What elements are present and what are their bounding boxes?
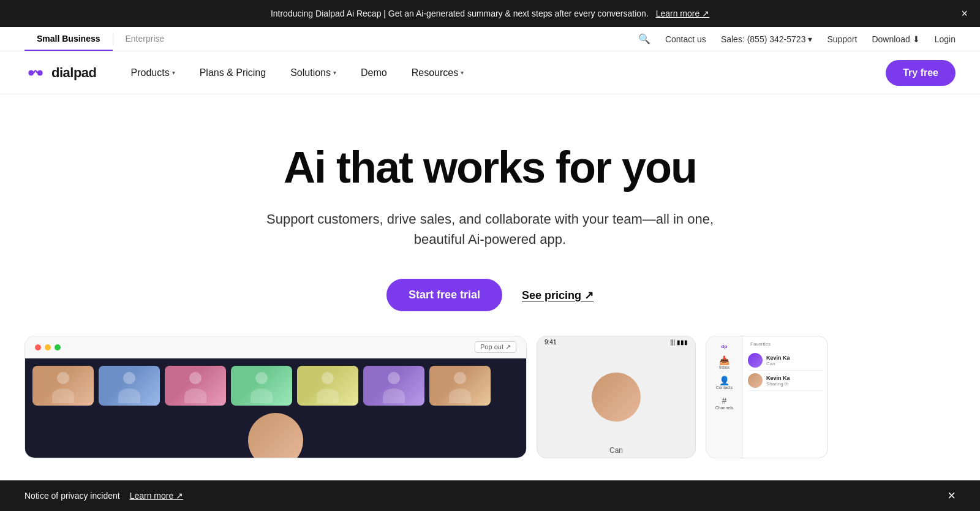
login-link[interactable]: Login xyxy=(935,34,956,44)
sales-phone-text: Sales: (855) 342-5723 xyxy=(721,34,806,44)
chat-row-2[interactable]: Kevin Ka Sharing th xyxy=(748,371,823,391)
video-call-card: Pop out ↗ xyxy=(24,336,527,458)
chat-nav-channels[interactable]: # Channels xyxy=(711,396,737,410)
hero-subtitle: Support customers, drive sales, and coll… xyxy=(263,209,717,249)
chat-avatar-1 xyxy=(748,353,763,368)
chat-avatar-2 xyxy=(748,373,763,388)
mobile-signal-icon: ||| xyxy=(670,339,675,346)
announcement-text: Introducing Dialpad Ai Recap | Get an Ai… xyxy=(12,9,968,18)
resources-chevron-icon: ▾ xyxy=(461,69,464,76)
chat-nav-contacts[interactable]: 👤 Contacts xyxy=(711,376,737,390)
chat-row-1[interactable]: Kevin Ka Can xyxy=(748,350,823,371)
mobile-signal-battery: ||| ▮▮▮ xyxy=(670,339,688,346)
chat-info-2: Kevin Ka Sharing th xyxy=(766,375,823,387)
chat-sidebar: dp 📥 Inbox 👤 Contacts # Channels Favorit… xyxy=(706,336,827,458)
video-thumb-7 xyxy=(429,366,491,406)
main-nav: dialpad Products ▾ Plans & Pricing Solut… xyxy=(0,51,980,94)
main-video-area xyxy=(25,413,526,458)
mobile-avatar xyxy=(592,373,641,422)
video-thumb-4 xyxy=(231,366,292,406)
announcement-close-button[interactable]: × xyxy=(961,8,968,19)
hero-title: Ai that works for you xyxy=(284,143,696,192)
solutions-nav-item[interactable]: Solutions ▾ xyxy=(281,62,346,83)
chat-preview-2: Sharing th xyxy=(766,381,823,387)
mobile-label: Can xyxy=(537,446,695,458)
mobile-time: 9:41 xyxy=(545,339,556,346)
demo-nav-item[interactable]: Demo xyxy=(351,62,397,83)
start-free-trial-button[interactable]: Start free trial xyxy=(386,279,502,311)
window-maximize-dot xyxy=(55,344,61,350)
mobile-content xyxy=(537,348,695,446)
products-nav-item[interactable]: Products ▾ xyxy=(121,62,185,83)
mobile-battery-icon: ▮▮▮ xyxy=(677,339,688,346)
chat-name-2: Kevin Ka xyxy=(766,375,823,381)
chat-nav-logo: dp xyxy=(711,344,737,349)
see-pricing-button[interactable]: See pricing ↗ xyxy=(522,289,594,302)
solutions-chevron-icon: ▾ xyxy=(333,69,336,76)
video-thumbnails xyxy=(25,358,526,413)
products-label: Products xyxy=(131,67,170,78)
main-nav-links: Products ▾ Plans & Pricing Solutions ▾ D… xyxy=(121,62,474,83)
plans-pricing-label: Plans & Pricing xyxy=(200,67,266,78)
support-link[interactable]: Support xyxy=(827,34,857,44)
chat-nav: dp 📥 Inbox 👤 Contacts # Channels xyxy=(706,336,743,458)
mobile-status-bar: 9:41 ||| ▮▮▮ xyxy=(537,336,695,348)
screenshots-section: Pop out ↗ 9:41 ||| ▮▮▮ Can xyxy=(0,336,980,458)
window-minimize-dot xyxy=(45,344,51,350)
phone-chevron-down-icon: ▾ xyxy=(808,34,812,44)
chat-favorites-label: Favorites xyxy=(748,341,823,347)
svg-point-0 xyxy=(28,70,34,75)
announcement-learn-more-link[interactable]: Learn more ↗ xyxy=(656,9,709,18)
logo-text: dialpad xyxy=(51,65,97,81)
contact-us-link[interactable]: Contact us xyxy=(665,34,706,44)
download-text: Download xyxy=(872,34,910,44)
resources-nav-item[interactable]: Resources ▾ xyxy=(402,62,473,83)
demo-label: Demo xyxy=(361,67,387,78)
chat-nav-inbox[interactable]: 📥 Inbox xyxy=(711,355,737,369)
video-thumb-3 xyxy=(165,366,226,406)
sales-phone-link[interactable]: Sales: (855) 342-5723 ▾ xyxy=(721,34,813,44)
chat-info-1: Kevin Ka Can xyxy=(766,355,823,366)
tab-small-business[interactable]: Small Business xyxy=(24,27,113,51)
hero-section: Ai that works for you Support customers,… xyxy=(0,94,980,336)
search-icon[interactable]: 🔍 xyxy=(638,33,650,45)
products-chevron-icon: ▾ xyxy=(172,69,175,76)
mobile-app-card: 9:41 ||| ▮▮▮ Can xyxy=(537,336,696,458)
plans-pricing-nav-item[interactable]: Plans & Pricing xyxy=(190,62,276,83)
secondary-nav-right: 🔍 Contact us Sales: (855) 342-5723 ▾ Sup… xyxy=(638,33,956,45)
video-thumb-1 xyxy=(32,366,94,406)
hero-cta: Start free trial See pricing ↗ xyxy=(386,279,594,311)
chat-panel-card: dp 📥 Inbox 👤 Contacts # Channels Favorit… xyxy=(706,336,828,458)
announcement-message: Introducing Dialpad Ai Recap | Get an Ai… xyxy=(271,9,649,18)
dialpad-logo-icon xyxy=(24,62,47,84)
resources-label: Resources xyxy=(412,67,458,78)
video-thumb-6 xyxy=(363,366,424,406)
chat-main: Favorites Kevin Ka Can Kevin Ka Sharing … xyxy=(743,336,827,458)
pop-out-button[interactable]: Pop out ↗ xyxy=(475,341,516,353)
chat-name-1: Kevin Ka xyxy=(766,355,823,361)
chat-preview-1: Can xyxy=(766,361,823,366)
solutions-label: Solutions xyxy=(290,67,331,78)
video-call-header: Pop out ↗ xyxy=(25,336,526,358)
tab-enterprise[interactable]: Enterprise xyxy=(113,27,177,51)
try-free-button[interactable]: Try free xyxy=(886,60,956,86)
video-thumb-2 xyxy=(99,366,160,406)
secondary-nav: Small Business Enterprise 🔍 Contact us S… xyxy=(0,27,980,51)
announcement-bar: Introducing Dialpad Ai Recap | Get an Ai… xyxy=(0,0,980,27)
main-speaker-avatar xyxy=(248,413,303,458)
download-link[interactable]: Download ⬇ xyxy=(872,34,919,44)
download-icon: ⬇ xyxy=(913,34,920,44)
logo[interactable]: dialpad xyxy=(24,62,97,84)
video-thumb-5 xyxy=(297,366,358,406)
window-close-dot xyxy=(35,344,41,350)
svg-point-1 xyxy=(37,70,43,75)
